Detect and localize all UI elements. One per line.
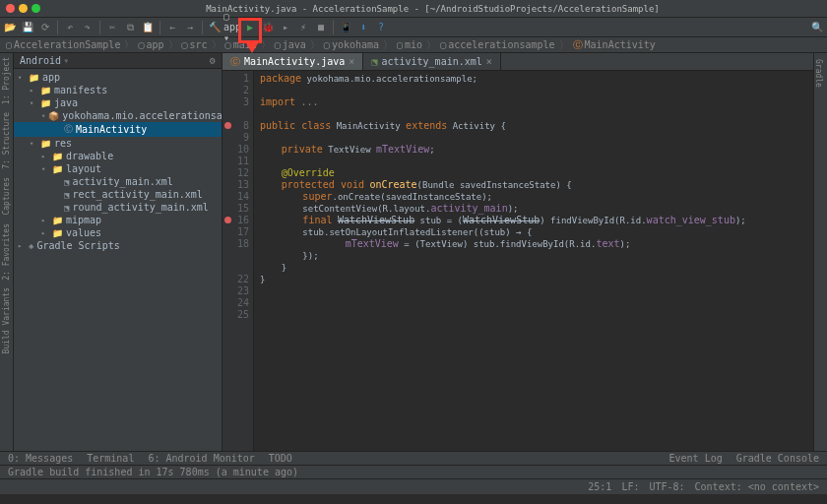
breadcrumb-item[interactable]: ▢yokohama (324, 39, 379, 50)
stop-icon[interactable]: ■ (315, 22, 327, 33)
code-area[interactable]: package yokohama.mio.accelerationsample;… (254, 71, 813, 451)
right-rail: Gradle (813, 53, 827, 451)
breadcrumb-item[interactable]: ▢java (275, 39, 306, 50)
caret-position[interactable]: 25:1 (588, 481, 611, 492)
rail-gradle[interactable]: Gradle (814, 53, 823, 88)
tool-todo[interactable]: TODO (269, 453, 292, 464)
sync-icon[interactable]: ⟳ (39, 22, 51, 33)
copy-icon[interactable]: ⧉ (124, 22, 136, 33)
gear-icon[interactable]: ⚙ (210, 55, 216, 66)
tree-item[interactable]: ▾📁java (14, 96, 222, 109)
line-separator[interactable]: LF: (621, 481, 639, 492)
sdk-icon[interactable]: ⬇ (357, 22, 369, 33)
undo-icon[interactable]: ↶ (64, 22, 76, 33)
forward-icon[interactable]: → (184, 22, 196, 33)
tool-terminal[interactable]: Terminal (87, 453, 134, 464)
tool-messages[interactable]: 0: Messages (8, 453, 73, 464)
project-view-select[interactable]: Android (20, 55, 61, 66)
rail-favorites[interactable]: 2: Favorites (2, 223, 11, 281)
tool-gradle-console[interactable]: Gradle Console (736, 453, 819, 464)
config-select[interactable]: ▢ app ▾ (226, 22, 238, 33)
help-icon[interactable]: ? (375, 22, 387, 33)
back-icon[interactable]: ← (166, 22, 178, 33)
attach-icon[interactable]: ⚡ (297, 22, 309, 33)
build-status: Gradle build finished in 17s 780ms (a mi… (8, 467, 298, 477)
main-toolbar: 📂 💾 ⟳ ↶ ↷ ✂ ⧉ 📋 ← → 🔨 ▢ app ▾ ▶ 🐞 ▸ ⚡ ■ … (0, 18, 827, 37)
bottom-toolbar: 0: Messages Terminal 6: Android Monitor … (0, 451, 827, 465)
tree-item[interactable]: ▸📁drawable (14, 150, 222, 162)
save-icon[interactable]: 💾 (22, 22, 33, 33)
tree-item[interactable]: ⬔rect_activity_main.xml (14, 188, 222, 201)
highlight-arrow (246, 43, 258, 53)
project-tree: ▾📁app▸📁manifests▾📁java▾📦yokohama.mio.acc… (14, 69, 222, 451)
tool-android-monitor[interactable]: 6: Android Monitor (148, 453, 254, 464)
tree-item[interactable]: ⬔round_activity_main.xml (14, 201, 222, 214)
redo-icon[interactable]: ↷ (82, 22, 94, 33)
tree-item[interactable]: ▾📁res (14, 137, 222, 150)
tree-item[interactable]: ⒸMainActivity (14, 122, 222, 137)
open-icon[interactable]: 📂 (4, 22, 16, 33)
project-panel-header[interactable]: Android ▾ ⚙ (14, 53, 222, 69)
rail-project[interactable]: 1: Project (2, 57, 11, 104)
encoding[interactable]: UTF-8: (649, 481, 684, 492)
tree-item[interactable]: ▸📁manifests (14, 84, 222, 96)
profile-icon[interactable]: ▸ (280, 22, 291, 33)
context[interactable]: Context: <no context> (695, 481, 819, 492)
breadcrumb-item[interactable]: ▢AccelerationSample (6, 39, 120, 50)
paste-icon[interactable]: 📋 (142, 22, 154, 33)
make-icon[interactable]: 🔨 (209, 22, 221, 33)
project-panel: Android ▾ ⚙ ▾📁app▸📁manifests▾📁java▾📦yoko… (14, 53, 223, 451)
close-window[interactable] (6, 4, 15, 13)
rail-captures[interactable]: Captures (2, 177, 11, 216)
tree-item[interactable]: ▸📁mipmap (14, 214, 222, 226)
zoom-window[interactable] (32, 4, 40, 13)
run-button[interactable]: ▶ (244, 22, 256, 33)
breadcrumb-item[interactable]: ⒸMainActivity (573, 38, 656, 52)
tool-event-log[interactable]: Event Log (669, 453, 723, 464)
avd-icon[interactable]: 📱 (340, 22, 351, 33)
window-title: MainActivity.java - AccelerationSample -… (44, 4, 821, 14)
breadcrumb-item[interactable]: ▢src (182, 39, 208, 50)
tab-mainactivity[interactable]: ⒸMainActivity.java× (223, 53, 363, 70)
debug-icon[interactable]: 🐞 (262, 22, 274, 33)
editor-tabs: ⒸMainActivity.java× ⬔activity_main.xml× (223, 53, 813, 71)
cut-icon[interactable]: ✂ (106, 22, 118, 33)
breadcrumb-item[interactable]: ▢mio (397, 39, 422, 50)
tab-activity-main-xml[interactable]: ⬔activity_main.xml× (363, 53, 500, 70)
rail-build-variants[interactable]: Build Variants (2, 287, 11, 353)
tree-item[interactable]: ▸◈Gradle Scripts (14, 239, 222, 252)
rail-structure[interactable]: 7: Structure (2, 112, 11, 169)
tree-item[interactable]: ▾📁app (14, 71, 222, 84)
breadcrumb: ▢AccelerationSample〉 ▢app〉 ▢src〉 ▢main〉 … (0, 37, 827, 53)
minimize-window[interactable] (19, 4, 28, 13)
search-icon[interactable]: 🔍 (811, 22, 823, 33)
tree-item[interactable]: ▾📁layout (14, 162, 222, 175)
gutter[interactable]: 1238910111213141516171822232425 (223, 71, 254, 451)
editor: ⒸMainActivity.java× ⬔activity_main.xml× … (223, 53, 813, 451)
left-rail: 1: Project 7: Structure Captures 2: Favo… (0, 53, 14, 451)
tree-item[interactable]: ▾📦yokohama.mio.accelerationsample (14, 109, 222, 122)
titlebar: MainActivity.java - AccelerationSample -… (0, 0, 827, 18)
tree-item[interactable]: ▸📁values (14, 226, 222, 239)
breadcrumb-item[interactable]: ▢accelerationsample (440, 39, 554, 50)
tree-item[interactable]: ⬔activity_main.xml (14, 175, 222, 188)
message-bar: Gradle build finished in 17s 780ms (a mi… (0, 465, 827, 478)
breadcrumb-item[interactable]: ▢app (138, 39, 163, 50)
highlight-annotation (238, 18, 262, 43)
status-bar: 25:1 LF: UTF-8: Context: <no context> (0, 478, 827, 494)
